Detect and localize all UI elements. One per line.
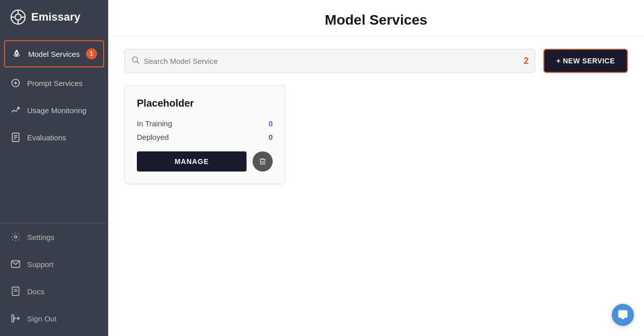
envelope-icon <box>10 259 21 270</box>
sidebar-item-docs[interactable]: Docs <box>0 278 108 305</box>
sidebar-item-label: Model Services <box>28 50 80 58</box>
sidebar-item-label: Prompt Services <box>27 79 83 88</box>
chat-bubble[interactable] <box>612 304 634 326</box>
sidebar-item-prompt-services[interactable]: Prompt Services <box>0 69 108 97</box>
search-wrapper: 2 <box>124 49 535 73</box>
gear-icon <box>10 231 21 242</box>
sidebar: Emissary Model Services 1 <box>0 0 108 336</box>
main-content: Model Services 2 + NEW SERVICE Placehold… <box>108 0 644 336</box>
plus-circle-icon <box>10 77 21 89</box>
svg-rect-20 <box>12 315 14 322</box>
rocket-icon <box>11 48 22 59</box>
sidebar-item-label: Sign Out <box>27 314 56 323</box>
search-icon <box>131 55 140 66</box>
trash-icon <box>259 157 267 165</box>
search-input[interactable] <box>144 57 520 65</box>
content-area: 2 + NEW SERVICE Placeholder In Training … <box>108 37 644 336</box>
svg-point-15 <box>15 236 17 238</box>
search-result-count: 2 <box>524 56 529 66</box>
card-stats: In Training 0 Deployed 0 <box>137 119 273 141</box>
sidebar-item-support[interactable]: Support <box>0 250 108 278</box>
sidebar-item-usage-monitoring[interactable]: Usage Monitoring <box>0 97 108 124</box>
in-training-row: In Training 0 <box>137 119 273 128</box>
svg-point-24 <box>132 57 138 62</box>
deployed-label: Deployed <box>137 133 169 141</box>
sidebar-item-label: Evaluations <box>27 133 66 142</box>
document-icon <box>10 132 21 143</box>
sidebar-item-label: Usage Monitoring <box>27 106 87 115</box>
bottom-nav: Settings Support Docs <box>0 223 108 336</box>
service-card: Placeholder In Training 0 Deployed 0 MAN… <box>124 85 285 184</box>
deployed-row: Deployed 0 <box>137 133 273 141</box>
delete-button[interactable] <box>253 151 273 172</box>
sidebar-item-evaluations[interactable]: Evaluations <box>0 124 108 151</box>
card-actions: MANAGE <box>137 151 273 172</box>
in-training-value: 0 <box>269 119 273 128</box>
app-name: Emissary <box>31 11 80 24</box>
svg-point-6 <box>16 52 17 54</box>
sidebar-item-sign-out[interactable]: Sign Out <box>0 305 108 332</box>
sidebar-item-settings[interactable]: Settings <box>0 223 108 250</box>
card-title: Placeholder <box>137 98 273 109</box>
model-services-badge: 1 <box>86 48 97 59</box>
sidebar-item-label: Settings <box>27 233 54 241</box>
svg-line-25 <box>137 61 139 63</box>
signout-icon <box>10 313 21 324</box>
new-service-button[interactable]: + NEW SERVICE <box>543 49 628 73</box>
page-title: Model Services <box>128 12 624 28</box>
page-header: Model Services <box>108 0 644 37</box>
chat-icon <box>617 309 628 320</box>
svg-point-10 <box>18 107 19 109</box>
in-training-label: In Training <box>137 119 172 128</box>
sidebar-item-model-services[interactable]: Model Services 1 <box>4 40 104 67</box>
logo: Emissary <box>0 0 108 34</box>
toolbar: 2 + NEW SERVICE <box>124 49 628 73</box>
chart-icon <box>10 105 21 116</box>
sidebar-item-label: Docs <box>27 287 44 296</box>
svg-point-1 <box>15 14 21 20</box>
sidebar-item-label: Support <box>27 260 54 269</box>
logo-icon <box>10 9 26 25</box>
manage-button[interactable]: MANAGE <box>137 151 247 172</box>
main-nav: Model Services 1 Prompt Services <box>0 34 108 223</box>
docs-icon <box>10 286 21 297</box>
deployed-value: 0 <box>269 133 273 141</box>
